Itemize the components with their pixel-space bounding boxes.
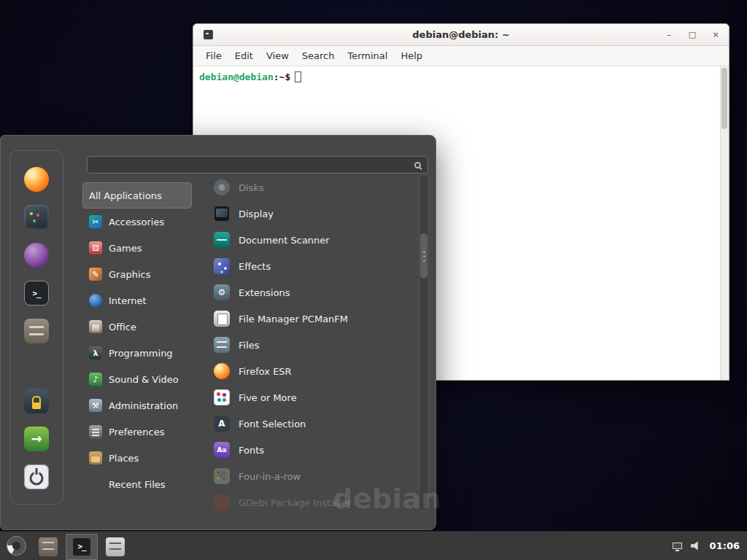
- category-item[interactable]: All Applications: [82, 182, 192, 209]
- application-label: Display: [239, 209, 274, 219]
- category-label: Graphics: [109, 269, 150, 280]
- close-button[interactable]: ×: [710, 30, 721, 39]
- application-item[interactable]: Display: [208, 201, 415, 227]
- maximize-button[interactable]: □: [686, 30, 698, 39]
- session-buttons: →: [20, 380, 53, 494]
- taskbar-launcher[interactable]: [32, 534, 64, 560]
- application-label: Five or More: [239, 392, 297, 403]
- menu-search-box[interactable]: [87, 156, 428, 174]
- favorite-app[interactable]: [20, 314, 53, 348]
- session-button[interactable]: [20, 384, 53, 418]
- application-item[interactable]: Disks: [208, 174, 415, 201]
- terminal-menu-item[interactable]: File: [199, 47, 228, 64]
- session-button[interactable]: [20, 460, 53, 494]
- four-in-a-row-icon: [214, 468, 230, 484]
- system-tray: 01:06: [673, 540, 747, 551]
- application-label: Document Scanner: [239, 235, 330, 246]
- pidgin-icon: [24, 243, 49, 268]
- extensions-icon: ⚙: [214, 284, 230, 300]
- font-selection-icon: A: [214, 416, 230, 432]
- lock-screen-icon: [24, 389, 49, 413]
- favorite-app[interactable]: [20, 238, 53, 272]
- category-item[interactable]: ✂ Accessories: [82, 209, 192, 235]
- document-scanner-icon: [214, 232, 230, 248]
- category-label: Places: [109, 453, 139, 464]
- search-icon: [414, 162, 421, 168]
- category-item[interactable]: Places: [82, 445, 192, 471]
- clock[interactable]: 01:06: [710, 540, 740, 551]
- favorite-app[interactable]: >_: [20, 276, 53, 310]
- window-title: debian@debian: ~: [412, 29, 509, 40]
- application-menu: >_ → All Applications ✂: [0, 135, 436, 530]
- file-manager-launcher-icon: [39, 537, 58, 556]
- places-icon: [89, 451, 102, 464]
- taskbar-launcher[interactable]: [99, 534, 131, 560]
- application-item[interactable]: Firefox ESR: [208, 358, 415, 384]
- session-button[interactable]: →: [20, 422, 53, 456]
- category-item[interactable]: ✎ Graphics: [82, 261, 192, 287]
- category-label: Accessories: [109, 217, 164, 228]
- menu-scrollbar[interactable]: [419, 174, 429, 511]
- office-icon: ▤: [89, 320, 102, 333]
- application-item[interactable]: Five or More: [208, 384, 415, 411]
- application-item[interactable]: A Font Selection: [208, 411, 415, 437]
- favorite-app[interactable]: [20, 163, 53, 196]
- category-item[interactable]: Recent Files: [82, 471, 192, 497]
- graphics-icon: ✎: [89, 268, 102, 281]
- application-item[interactable]: File Manager PCManFM: [208, 306, 415, 332]
- sound-video-icon: ♪: [89, 373, 102, 386]
- firefox-icon: [214, 363, 230, 379]
- taskbar-launcher[interactable]: >_: [66, 534, 98, 560]
- network-icon[interactable]: [673, 542, 682, 549]
- terminal-window-icon: [204, 30, 213, 39]
- application-item[interactable]: ⚙ Extensions: [208, 279, 415, 306]
- terminal-menu-item[interactable]: Terminal: [341, 47, 394, 64]
- category-item[interactable]: Internet: [82, 287, 192, 314]
- category-item[interactable]: ♪ Sound & Video: [82, 366, 192, 392]
- internet-icon: [89, 294, 102, 307]
- terminal-scrollbar[interactable]: [720, 66, 729, 380]
- application-label: Font Selection: [239, 419, 306, 429]
- programming-icon: λ: [89, 346, 102, 359]
- category-label: Programming: [109, 348, 173, 359]
- preferences-icon: [89, 425, 102, 438]
- terminal-scrollbar-handle[interactable]: [721, 68, 727, 129]
- category-item[interactable]: λ Programming: [82, 340, 192, 366]
- category-list: All Applications ✂ Accessories ⚄ Games ✎…: [82, 182, 192, 497]
- files-launcher-icon: [106, 537, 125, 556]
- terminal-menu-item[interactable]: Edit: [228, 47, 260, 64]
- application-label: Firefox ESR: [239, 366, 292, 377]
- application-item[interactable]: Files: [208, 332, 415, 358]
- category-item[interactable]: ⚒ Administration: [82, 392, 192, 419]
- terminal-menu-item[interactable]: Search: [295, 47, 341, 64]
- terminal-menu-item[interactable]: Help: [394, 47, 429, 64]
- application-label: Four-in-a-row: [239, 471, 301, 482]
- administration-icon: ⚒: [89, 399, 102, 412]
- application-item[interactable]: Document Scanner: [208, 227, 415, 253]
- category-item[interactable]: Preferences: [82, 419, 192, 445]
- category-label: Preferences: [109, 427, 164, 438]
- search-input[interactable]: [94, 157, 414, 173]
- display-icon: [214, 206, 230, 222]
- taskbar: >_ 01:06: [0, 531, 747, 560]
- menu-logo-icon: [7, 536, 26, 556]
- application-label: Fonts: [239, 445, 264, 456]
- firefox-icon: [24, 167, 49, 192]
- terminal-titlebar[interactable]: debian@debian: ~ –□×: [193, 24, 729, 46]
- terminal-menu-item[interactable]: View: [260, 47, 295, 64]
- favorite-app[interactable]: [20, 201, 53, 234]
- category-item[interactable]: ⚄ Games: [82, 235, 192, 261]
- application-label: File Manager PCManFM: [239, 314, 348, 324]
- volume-icon[interactable]: [691, 541, 701, 551]
- menu-scrollbar-handle[interactable]: [420, 233, 427, 279]
- category-item[interactable]: ▤ Office: [82, 314, 192, 340]
- debian-watermark: debian: [333, 483, 441, 515]
- menu-button[interactable]: [0, 532, 32, 560]
- application-item[interactable]: Aa Fonts: [208, 437, 415, 463]
- minimize-button[interactable]: –: [663, 30, 675, 39]
- files-icon: [214, 337, 230, 353]
- accessories-icon: ✂: [89, 215, 102, 228]
- application-item[interactable]: Effects: [208, 253, 415, 279]
- pcmanfm-icon: [214, 311, 230, 327]
- application-label: Extensions: [239, 287, 290, 298]
